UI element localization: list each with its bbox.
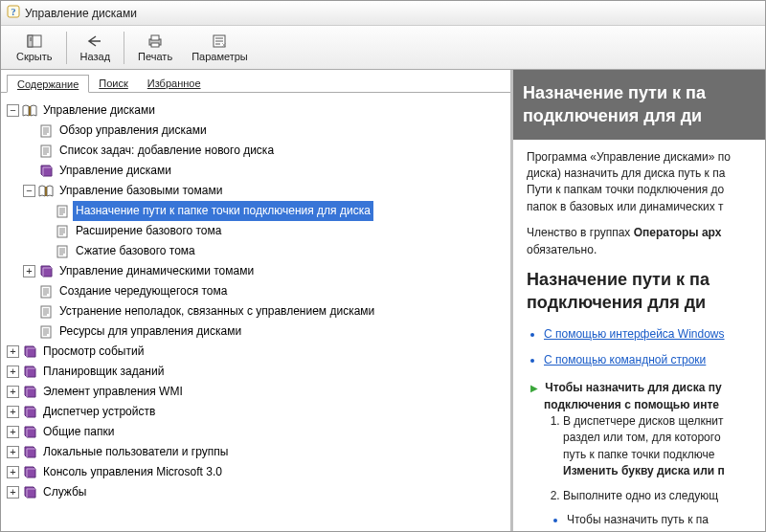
expand-icon[interactable]: + xyxy=(7,466,19,478)
book-closed-icon xyxy=(38,264,54,278)
expand-icon[interactable]: + xyxy=(7,345,19,358)
content-pane: Назначение пути к па подключения для ди … xyxy=(513,70,765,531)
svg-text:?: ? xyxy=(11,7,16,17)
print-button[interactable]: Печать xyxy=(128,31,182,64)
paragraph: Членство в группах Операторы арх обязате… xyxy=(527,225,765,258)
expand-icon[interactable]: + xyxy=(7,386,19,398)
expand-icon[interactable]: + xyxy=(7,406,19,418)
book-closed-icon xyxy=(22,425,37,439)
document-icon xyxy=(38,304,54,319)
tree-label[interactable]: Службы xyxy=(40,482,89,502)
tree-label[interactable]: Элемент управления WMI xyxy=(40,382,186,402)
svg-rect-14 xyxy=(41,125,51,137)
collapse-icon[interactable]: − xyxy=(23,185,35,197)
tree-item[interactable]: Создание чередующегося тома xyxy=(23,281,505,301)
tree-label[interactable]: Консоль управления Microsoft 3.0 xyxy=(40,462,225,482)
back-icon xyxy=(86,33,103,50)
tree-item[interactable]: +Общие папки xyxy=(7,422,505,442)
svg-rect-7 xyxy=(151,35,159,40)
tree-item[interactable]: − Управление базовыми томами xyxy=(23,181,505,201)
tree-label[interactable]: Обзор управления дисками xyxy=(56,121,210,141)
print-icon xyxy=(146,33,164,50)
svg-rect-45 xyxy=(41,306,51,318)
tree-item[interactable]: +Элемент управления WMI xyxy=(7,382,505,402)
tree-label[interactable]: Устранение неполадок, связанных с управл… xyxy=(56,301,377,321)
options-label: Параметры xyxy=(192,51,248,62)
svg-rect-3 xyxy=(28,35,33,47)
procedure-block: Чтобы назначить для диска пу подключения… xyxy=(527,380,765,528)
tab-favorites[interactable]: Избранное xyxy=(138,75,211,93)
content-body: Программа «Управление дисками» по диска)… xyxy=(527,149,765,529)
tab-contents[interactable]: Содержание xyxy=(7,75,89,93)
expand-icon[interactable]: + xyxy=(23,265,35,277)
tree-item[interactable]: +Консоль управления Microsoft 3.0 xyxy=(7,462,505,482)
book-closed-icon xyxy=(22,344,37,359)
procedure-heading: Чтобы назначить для диска пу подключения… xyxy=(530,380,765,528)
svg-rect-19 xyxy=(41,145,51,157)
tree-label[interactable]: Ресурсы для управления дисками xyxy=(56,321,244,342)
tree-label-selected[interactable]: Назначение пути к папке точки подключени… xyxy=(73,201,373,221)
sub-item: Чтобы назначить путь к па xyxy=(567,512,765,528)
separator xyxy=(66,32,67,64)
options-button[interactable]: Параметры xyxy=(182,31,258,64)
tree-label[interactable]: Просмотр событий xyxy=(40,342,146,362)
document-icon xyxy=(55,244,70,258)
tree-item[interactable]: Сжатие базового тома xyxy=(39,241,505,261)
heading-text: Назначение пути к па xyxy=(523,83,706,102)
tree-item[interactable]: Ресурсы для управления дисками xyxy=(23,321,505,342)
hide-button[interactable]: Скрыть xyxy=(7,31,62,64)
expand-icon[interactable]: + xyxy=(7,446,19,458)
tree-label[interactable]: Управление базовыми томами xyxy=(56,181,225,201)
step-item: В диспетчере дисков щелкнит раздел или т… xyxy=(563,413,765,480)
book-open-icon xyxy=(38,184,54,198)
document-icon xyxy=(38,123,54,138)
collapse-icon[interactable]: − xyxy=(7,104,19,117)
tree-label[interactable]: Планировщик заданий xyxy=(40,362,167,382)
tree-label[interactable]: Сжатие базового тома xyxy=(73,241,198,261)
tree-item[interactable]: +Управление динамическими томами xyxy=(23,261,505,281)
tab-row: Содержание Поиск Избранное xyxy=(1,70,510,93)
tree-label[interactable]: Расширение базового тома xyxy=(73,221,224,241)
back-button[interactable]: Назад xyxy=(71,31,121,64)
document-icon xyxy=(38,144,54,158)
toolbar: Скрыть Назад Печать Параметры xyxy=(1,26,765,70)
expand-icon[interactable]: + xyxy=(7,426,19,438)
tab-search[interactable]: Поиск xyxy=(89,75,137,93)
tree-item[interactable]: +Планировщик заданий xyxy=(7,362,505,382)
tree-label[interactable]: Создание чередующегося тома xyxy=(56,281,230,301)
link-command-line[interactable]: С помощью командной строки xyxy=(544,353,706,366)
tree-label[interactable]: Общие папки xyxy=(40,422,117,442)
tree-item[interactable]: Управление дисками xyxy=(23,161,505,181)
svg-rect-35 xyxy=(57,246,67,257)
tree-item[interactable]: +Диспетчер устройств xyxy=(7,402,505,422)
book-closed-icon xyxy=(22,365,37,379)
link-list: С помощью интерфейса Windows С помощью к… xyxy=(527,326,765,369)
tree-label[interactable]: Управление дисками xyxy=(56,161,174,181)
link-windows-ui[interactable]: С помощью интерфейса Windows xyxy=(544,327,725,341)
tree-item[interactable]: − Управление дисками xyxy=(7,100,505,121)
book-closed-icon xyxy=(22,465,37,479)
tree-item[interactable]: Обзор управления дисками xyxy=(23,121,505,141)
tree-label[interactable]: Диспетчер устройств xyxy=(40,402,158,422)
tree-label[interactable]: Локальные пользователи и группы xyxy=(40,442,231,462)
toc-tree: − Управление дисками Обзор управления ди… xyxy=(1,93,510,531)
tree-label[interactable]: Управление динамическими томами xyxy=(56,261,257,281)
tree-item[interactable]: +Просмотр событий xyxy=(7,342,505,362)
book-closed-icon xyxy=(22,445,37,459)
tree-item[interactable]: +Локальные пользователи и группы xyxy=(7,442,505,462)
expand-icon[interactable]: + xyxy=(7,486,19,499)
book-closed-icon xyxy=(22,485,37,499)
print-label: Печать xyxy=(138,51,172,62)
expand-icon[interactable]: + xyxy=(7,366,19,378)
tree-item[interactable]: +Службы xyxy=(7,482,505,502)
tree-label[interactable]: Список задач: добавление нового диска xyxy=(56,141,277,161)
help-icon: ? xyxy=(7,5,20,21)
tree-label[interactable]: Управление дисками xyxy=(40,100,158,121)
tree-item[interactable]: Расширение базового тома xyxy=(39,221,505,241)
document-icon xyxy=(38,324,54,339)
tree-item[interactable]: Назначение пути к папке точки подключени… xyxy=(39,201,505,221)
tree-item[interactable]: Устранение неполадок, связанных с управл… xyxy=(23,301,505,321)
tree-item[interactable]: Список задач: добавление нового диска xyxy=(23,141,505,161)
steps-list: В диспетчере дисков щелкнит раздел или т… xyxy=(530,413,765,504)
svg-rect-8 xyxy=(151,43,159,47)
